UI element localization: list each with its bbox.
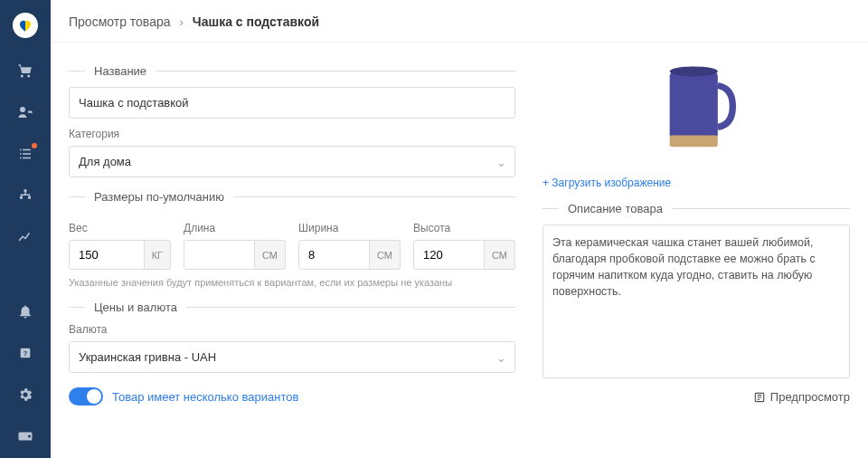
width-unit: СМ: [370, 240, 401, 270]
height-input[interactable]: [413, 240, 485, 270]
dimensions-hint: Указанные значения будут применяться к в…: [69, 277, 515, 288]
tasks-icon[interactable]: [16, 145, 34, 163]
help-icon[interactable]: ?: [16, 344, 34, 362]
weight-input[interactable]: [69, 240, 145, 270]
svg-rect-1: [24, 189, 27, 192]
analytics-icon[interactable]: [16, 228, 34, 246]
weight-label: Вес: [69, 222, 171, 234]
width-label: Ширина: [298, 222, 401, 234]
brand-logo: [13, 13, 38, 38]
preview-icon: [753, 391, 766, 404]
svg-text:?: ?: [24, 349, 28, 358]
product-image: [637, 52, 755, 169]
user-chat-icon[interactable]: [16, 103, 34, 121]
gear-icon[interactable]: [16, 386, 34, 404]
description-textarea[interactable]: [542, 224, 850, 378]
sidebar: ?: [0, 0, 51, 458]
width-input[interactable]: [298, 240, 370, 270]
currency-select[interactable]: [69, 341, 515, 373]
bell-icon[interactable]: [16, 302, 34, 320]
variants-toggle-label: Товар имеет несколько вариантов: [112, 390, 298, 404]
plus-icon: +: [542, 177, 552, 189]
length-label: Длина: [184, 222, 286, 234]
category-label: Категория: [69, 128, 515, 140]
section-title-description: Описание товара: [542, 202, 850, 215]
upload-image-link[interactable]: + Загрузить изображение: [542, 177, 850, 189]
breadcrumb: Просмотр товара › Чашка с подставкой: [51, 0, 868, 43]
chevron-right-icon: ›: [180, 15, 184, 29]
section-title-name: Название: [69, 64, 515, 78]
org-icon[interactable]: [16, 186, 34, 205]
svg-rect-6: [670, 72, 718, 139]
section-title-prices: Цены и валюта: [69, 301, 515, 314]
weight-unit: КГ: [145, 240, 171, 270]
svg-point-0: [20, 107, 25, 112]
height-unit: СМ: [485, 240, 515, 270]
height-label: Высота: [413, 222, 515, 234]
length-input[interactable]: [184, 240, 255, 270]
svg-rect-3: [28, 196, 31, 199]
preview-button[interactable]: Предпросмотр: [542, 390, 850, 404]
length-unit: СМ: [255, 240, 286, 270]
currency-label: Валюта: [69, 323, 515, 336]
section-title-dimensions: Размеры по-умолчанию: [69, 190, 515, 204]
variants-toggle[interactable]: [69, 387, 103, 406]
svg-rect-2: [20, 196, 23, 199]
breadcrumb-root[interactable]: Просмотр товара: [69, 14, 171, 29]
svg-rect-8: [670, 136, 718, 148]
cart-icon[interactable]: [16, 62, 34, 80]
svg-point-7: [670, 66, 718, 76]
wallet-icon[interactable]: [16, 427, 34, 445]
product-name-input[interactable]: [69, 87, 515, 119]
breadcrumb-current: Чашка с подставкой: [193, 14, 319, 29]
category-select[interactable]: [69, 146, 515, 177]
